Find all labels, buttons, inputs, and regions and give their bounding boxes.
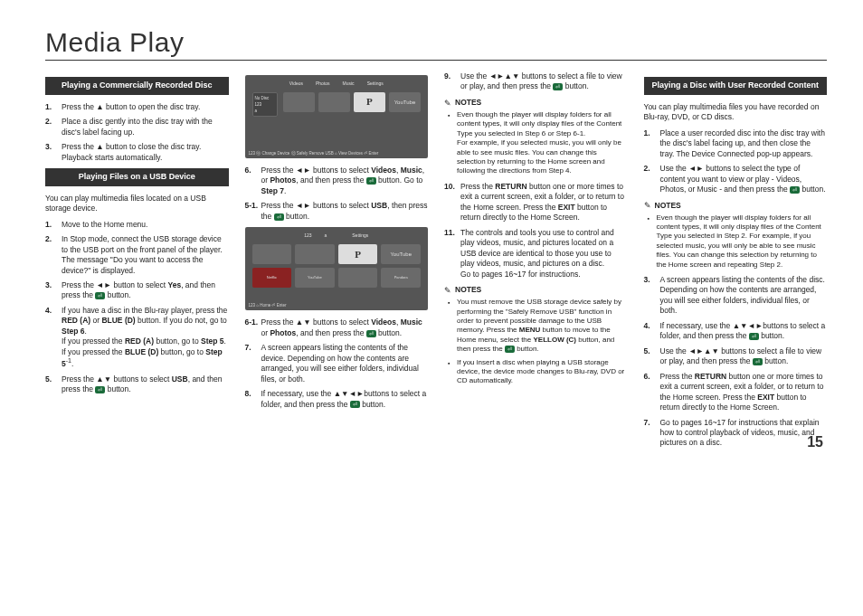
instruction-step: 3.Press the ◄► button to select Yes, and… <box>45 280 229 301</box>
ss1-side-item: a <box>255 108 275 114</box>
instruction-step: 6-1.Press the ▲▼ buttons to select Video… <box>245 317 429 338</box>
column-4: Playing a Disc with User Recorded Conten… <box>644 71 828 454</box>
ss2-tab: Settings <box>352 232 368 239</box>
column-2: Videos Photos Music Settings No Disc 123… <box>245 71 429 454</box>
ss2-tab: a <box>324 232 327 239</box>
header-usb-files: Playing Files on a USB Device <box>45 168 229 186</box>
instruction-step: 5-1.Press the ◄► buttons to select USB, … <box>245 201 429 222</box>
ss1-app-tile-pandora: P <box>354 92 385 112</box>
ss1-tab: Videos <box>289 81 303 87</box>
ui-screenshot-2: 123 a Settings P YouTube Netflix YouTube <box>245 227 429 310</box>
note-item: Even though the player will display fold… <box>657 213 828 270</box>
enter-icon: ⏎ <box>749 333 759 340</box>
ss1-tab: Photos <box>316 81 330 87</box>
notes-label: NOTES <box>655 201 681 211</box>
ss2-tile-label: YouTube <box>295 268 335 288</box>
ss2-tile-pandora: P <box>338 244 378 264</box>
pencil-icon: ✎ <box>644 200 651 211</box>
note-item: You must remove the USB storage device s… <box>457 298 628 354</box>
instruction-step: 2.In Stop mode, connect the USB storage … <box>45 234 229 276</box>
instruction-step: 5.Press the ▲▼ buttons to select USB, an… <box>45 374 229 395</box>
instruction-step: 1.Place a user recorded disc into the di… <box>644 128 828 159</box>
pencil-icon: ✎ <box>444 98 451 109</box>
ss2-footer: 123 ⌂ Home ⏎ Enter <box>249 303 425 308</box>
column-3: 9.Use the ◄►▲▼ buttons to select a file … <box>444 71 628 454</box>
ui-screenshot-1: Videos Photos Music Settings No Disc 123… <box>245 75 429 158</box>
enter-icon: ⏎ <box>274 213 284 221</box>
ss1-tab: Settings <box>367 81 384 87</box>
ss1-side-item: No Disc <box>255 95 275 101</box>
instruction-step: 9.Use the ◄►▲▼ buttons to select a file … <box>444 71 628 92</box>
enter-icon: ⏎ <box>95 386 105 393</box>
instruction-step: 2.Place a disc gently into the disc tray… <box>45 117 229 137</box>
instruction-step: 6.Press the RETURN button one or more ti… <box>644 372 828 413</box>
instruction-step: 5.Use the ◄►▲▼ buttons to select a file … <box>644 346 828 367</box>
note-item: If you insert a disc when playing a USB … <box>457 358 628 386</box>
header-commercial-disc: Playing a Commercially Recorded Disc <box>45 77 229 95</box>
ss2-tile-netflix: Netflix <box>252 268 292 288</box>
notes-label: NOTES <box>455 285 481 295</box>
enter-icon: ⏎ <box>95 292 105 299</box>
header-user-recorded: Playing a Disc with User Recorded Conten… <box>644 77 828 95</box>
notes-label: NOTES <box>455 98 481 108</box>
instruction-step: 1.Press the ▲ button to open the disc tr… <box>45 102 229 112</box>
instruction-step: 11.The controls and tools you use to con… <box>444 228 628 280</box>
instruction-step: 1.Move to the Home menu. <box>45 220 229 230</box>
enter-icon: ⏎ <box>366 177 376 185</box>
pencil-icon: ✎ <box>444 285 451 296</box>
user-recorded-intro: You can play multimedia files you have r… <box>644 102 828 123</box>
ss1-app-tile-youtube: YouTube <box>389 92 421 112</box>
ss2-tile <box>252 244 292 264</box>
instruction-step: 4.If necessary, use the ▲▼◄►buttons to s… <box>644 321 828 342</box>
instruction-step: 3.Press the ▲ button to close the disc t… <box>45 142 229 163</box>
instruction-step: 7.Go to pages 16~17 for instructions tha… <box>644 418 828 449</box>
instruction-step: 4.If you have a disc in the Blu-ray play… <box>45 306 229 370</box>
instruction-step: 2.Use the ◄► buttons to select the type … <box>644 164 828 194</box>
ss1-app-tile <box>283 92 315 112</box>
enter-icon: ⏎ <box>553 83 563 90</box>
instruction-step: 10.Press the RETURN button one or more t… <box>444 182 628 223</box>
page-title: Media Play <box>45 27 827 61</box>
column-1: Playing a Commercially Recorded Disc 1.P… <box>45 71 229 454</box>
ss2-tile <box>295 244 335 264</box>
usb-intro: You can play multimedia files located on… <box>45 194 229 214</box>
ss2-tile-youtube: YouTube <box>381 244 421 264</box>
enter-icon: ⏎ <box>753 358 763 365</box>
enter-icon: ⏎ <box>350 401 360 408</box>
ss2-tile <box>338 268 378 288</box>
instruction-step: 8.If necessary, use the ▲▼◄►buttons to s… <box>245 389 429 410</box>
note-item: Even though the player will display fold… <box>457 110 628 176</box>
page-number: 15 <box>807 434 823 450</box>
ss1-app-tile <box>318 92 350 112</box>
enter-icon: ⏎ <box>790 186 800 194</box>
instruction-step: 6.Press the ◄► buttons to select Videos,… <box>245 166 429 196</box>
instruction-step: 7.A screen appears listing the contents … <box>245 343 429 384</box>
ss1-tab: Music <box>343 81 355 87</box>
ss1-footer: 123 ⓐ Change Device ⓓ Safely Remove USB … <box>249 151 425 156</box>
ss1-side-item: 123 <box>255 101 275 108</box>
enter-icon: ⏎ <box>366 330 376 337</box>
enter-icon: ⏎ <box>505 346 515 353</box>
ss2-tile-label: Pandora <box>381 268 421 288</box>
ss2-tab: 123 <box>304 232 311 239</box>
instruction-step: 3.A screen appears listing the contents … <box>644 275 828 317</box>
